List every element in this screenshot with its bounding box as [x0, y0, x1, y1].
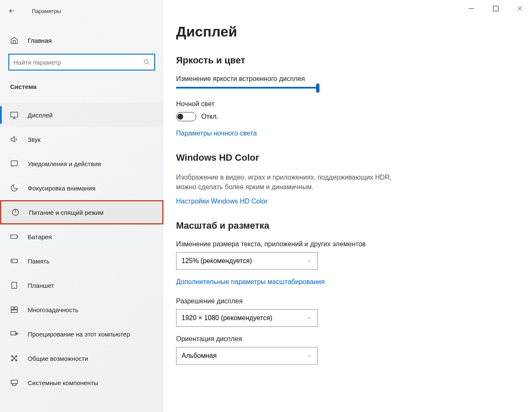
sidebar-item-display[interactable]: Дисплей [0, 103, 163, 127]
components-icon [10, 378, 18, 387]
home-icon [10, 36, 18, 44]
search-input[interactable] [13, 59, 143, 66]
sidebar-item-project[interactable]: Проецирование на этот компьютер [0, 322, 163, 346]
group-brightness: Яркость и цвет Изменение яркости встроен… [176, 55, 522, 137]
maximize-button[interactable] [483, 0, 508, 17]
svg-rect-4 [11, 235, 17, 238]
chevron-down-icon [306, 315, 312, 321]
hdcolor-desc: Изображение в видео, играх и приложениях… [176, 172, 394, 192]
group-heading: Яркость и цвет [176, 55, 522, 66]
advanced-scaling-link[interactable]: Дополнительные параметры масштабирования [176, 278, 522, 286]
svg-point-0 [144, 60, 148, 63]
multitask-icon [10, 305, 18, 314]
project-icon [10, 330, 18, 338]
brightness-slider[interactable] [176, 87, 318, 89]
tablet-icon [10, 281, 18, 289]
svg-rect-18 [13, 384, 16, 386]
chevron-down-icon [306, 353, 312, 359]
search-box[interactable] [8, 54, 155, 70]
notifications-icon [10, 159, 18, 168]
sidebar-item-label: Многозадачность [28, 306, 78, 313]
slider-thumb[interactable] [316, 83, 319, 93]
home-label: Главная [28, 37, 52, 44]
toggle-knob [177, 114, 183, 120]
svg-rect-2 [11, 161, 18, 166]
moon-icon [10, 184, 18, 192]
sidebar-item-storage[interactable]: Память [0, 249, 163, 273]
svg-rect-12 [11, 331, 16, 335]
sidebar-item-notifications[interactable]: Уведомления и действия [0, 151, 163, 176]
group-heading: Windows HD Color [176, 152, 522, 163]
window-title: Параметры [32, 8, 61, 14]
sidebar-item-label: Фокусировка внимания [28, 185, 96, 192]
group-hdcolor: Windows HD Color Изображение в видео, иг… [176, 152, 522, 205]
orientation-label: Ориентация дисплея [176, 335, 522, 343]
group-heading: Масштаб и разметка [176, 220, 522, 231]
shared-icon [10, 354, 18, 362]
svg-rect-10 [15, 307, 18, 309]
back-button[interactable] [3, 3, 20, 18]
nightlight-settings-link[interactable]: Параметры ночного света [176, 130, 522, 137]
sidebar-item-label: Память [28, 258, 49, 265]
scale-dropdown[interactable]: 125% (рекомендуется) [176, 252, 318, 270]
sidebar-item-tablet[interactable]: Планшет [0, 273, 163, 297]
sidebar-section-heading: Система [0, 70, 163, 95]
sidebar-item-sound[interactable]: Звук [0, 127, 163, 151]
sidebar-item-shared[interactable]: Общие возможности [0, 346, 163, 370]
power-icon [11, 208, 20, 216]
svg-point-8 [14, 287, 15, 288]
brightness-label: Изменение яркости встроенного дисплея [176, 75, 522, 83]
nightlight-toggle[interactable] [176, 112, 196, 121]
svg-point-6 [12, 261, 13, 261]
sidebar-item-label: Планшет [28, 282, 54, 289]
chevron-down-icon [306, 258, 312, 264]
svg-rect-1 [11, 112, 18, 117]
hdcolor-settings-link[interactable]: Настройки Windows HD Color [176, 198, 522, 205]
nightlight-label: Ночной свет [176, 100, 522, 108]
scale-label: Изменение размера текста, приложений и д… [176, 240, 522, 248]
sidebar-item-label: Системные компоненты [28, 379, 98, 386]
sidebar-item-label: Звук [28, 136, 41, 143]
svg-rect-11 [11, 310, 18, 313]
sidebar-item-focus[interactable]: Фокусировка внимания [0, 176, 163, 200]
dropdown-value: 1920 × 1080 (рекомендуется) [182, 314, 272, 322]
content: Дисплей Яркость и цвет Изменение яркости… [163, 0, 532, 412]
window-controls [459, 0, 532, 17]
sidebar-item-label: Батарея [28, 233, 52, 240]
sidebar-item-multitask[interactable]: Многозадачность [0, 297, 163, 322]
resolution-label: Разрешение дисплея [176, 297, 522, 305]
toggle-state-label: Откл. [201, 113, 218, 120]
titlebar: Параметры [0, 3, 163, 18]
sidebar-item-label: Проецирование на этот компьютер [28, 331, 130, 338]
sidebar-item-label: Питание и спящий режим [29, 209, 104, 216]
svg-rect-17 [11, 380, 18, 383]
sound-icon [10, 135, 18, 143]
sidebar-item-power[interactable]: Питание и спящий режим [0, 200, 163, 224]
display-icon [10, 111, 18, 119]
page-title: Дисплей [176, 23, 522, 40]
sidebar-item-components[interactable]: Системные компоненты [0, 370, 163, 395]
sidebar-item-label: Дисплей [28, 112, 53, 119]
battery-icon [10, 232, 18, 241]
close-button[interactable] [508, 0, 532, 17]
sidebar: Параметры Главная Система Дисплей Звук У… [0, 0, 163, 412]
storage-icon [10, 257, 18, 265]
sidebar-item-home[interactable]: Главная [0, 30, 163, 50]
sidebar-item-battery[interactable]: Батарея [0, 224, 163, 249]
minimize-button[interactable] [459, 0, 483, 17]
group-scale: Масштаб и разметка Изменение размера тек… [176, 220, 522, 365]
sidebar-item-label: Уведомления и действия [28, 160, 101, 167]
dropdown-value: Альбомная [182, 352, 217, 360]
search-icon [143, 59, 150, 65]
resolution-dropdown[interactable]: 1920 × 1080 (рекомендуется) [176, 309, 318, 327]
svg-rect-9 [11, 307, 14, 309]
dropdown-value: 125% (рекомендуется) [182, 257, 252, 265]
sidebar-item-label: Общие возможности [28, 355, 88, 362]
orientation-dropdown[interactable]: Альбомная [176, 347, 318, 365]
sidebar-nav: Дисплей Звук Уведомления и действия Фоку… [0, 103, 163, 395]
